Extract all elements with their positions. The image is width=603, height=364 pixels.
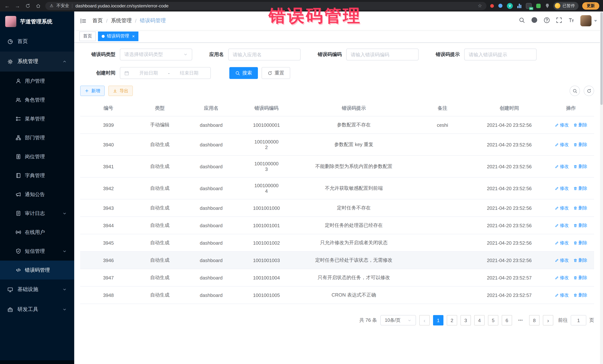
sidebar-item-menu-mgmt[interactable]: 菜单管理 xyxy=(0,109,74,128)
fullscreen-icon[interactable] xyxy=(556,17,562,25)
page-number-button[interactable]: 2 xyxy=(447,315,457,325)
extension-icon-blue[interactable] xyxy=(498,4,502,8)
breadcrumb-system-mgmt[interactable]: 系统管理 xyxy=(111,17,132,24)
page-number-button[interactable]: 1 xyxy=(433,315,443,325)
edit-link[interactable]: 修改 xyxy=(555,292,569,298)
goto-page-input[interactable] xyxy=(571,315,586,325)
extension-icon-v[interactable]: V xyxy=(507,3,513,9)
delete-link[interactable]: 删除 xyxy=(573,205,587,211)
edit-link[interactable]: 修改 xyxy=(555,257,569,263)
add-button-label: 新增 xyxy=(91,88,100,94)
last-page-button[interactable]: 8 xyxy=(529,315,540,325)
edit-link[interactable]: 修改 xyxy=(555,163,569,170)
add-button[interactable]: 新增 xyxy=(80,86,105,96)
sidebar-item-dev-tools[interactable]: 研发工具 xyxy=(0,299,74,320)
extension-icon-red-dot[interactable] xyxy=(490,4,494,8)
tab-error-code-mgmt[interactable]: 错误码管理 × xyxy=(98,31,139,41)
back-icon[interactable]: ← xyxy=(4,3,10,9)
app-name-input[interactable] xyxy=(233,52,296,57)
font-size-icon[interactable] xyxy=(568,17,574,25)
sidebar-logo[interactable]: 芋道管理系统 xyxy=(0,11,74,32)
delete-link[interactable]: 删除 xyxy=(573,275,587,281)
tab-label: 错误码管理 xyxy=(107,33,129,39)
url-text[interactable]: dashboard.yudao.iocoder.cn/system/error-… xyxy=(76,3,169,8)
delete-link[interactable]: 删除 xyxy=(573,257,587,263)
sidebar-item-dict-mgmt[interactable]: 字典管理 xyxy=(0,166,74,185)
tab-home[interactable]: 首页 xyxy=(79,31,96,41)
sidebar-item-post-mgmt[interactable]: 岗位管理 xyxy=(0,147,74,166)
close-icon[interactable]: × xyxy=(132,34,135,38)
page-scrollbar[interactable] xyxy=(600,11,603,364)
sidebar-item-error-code-mgmt[interactable]: 错误码管理 xyxy=(0,261,74,279)
sidebar-item-sms-mgmt[interactable]: 短信管理 xyxy=(0,242,74,261)
extension-icon-stats[interactable] xyxy=(517,3,521,8)
error-code-input[interactable] xyxy=(351,52,414,57)
reload-icon[interactable] xyxy=(24,3,31,8)
delete-link[interactable]: 删除 xyxy=(573,185,587,191)
delete-link[interactable]: 删除 xyxy=(573,222,587,229)
toggle-search-button[interactable] xyxy=(570,86,580,96)
reset-button[interactable]: 重置 xyxy=(262,67,290,79)
edit-link[interactable]: 修改 xyxy=(555,240,569,246)
extension-icon-app[interactable]: on xyxy=(526,3,532,9)
extension-icon-green[interactable] xyxy=(536,3,541,8)
security-label[interactable]: 不安全 xyxy=(56,3,69,9)
dictionary-icon xyxy=(16,173,21,178)
prev-page-button[interactable]: ‹ xyxy=(419,315,430,325)
hamburger-icon[interactable] xyxy=(80,18,86,24)
page-size-select[interactable]: 10条/页 xyxy=(380,315,416,325)
error-msg-input[interactable] xyxy=(469,52,532,57)
delete-link[interactable]: 删除 xyxy=(573,163,587,170)
delete-link[interactable]: 删除 xyxy=(573,141,587,148)
date-range-picker[interactable]: 开始日期 - 结束日期 xyxy=(120,67,211,79)
filter-label: 错误码编码 xyxy=(318,51,342,58)
page-number-button[interactable]: 5 xyxy=(488,315,498,325)
scrollbar-thumb[interactable] xyxy=(600,12,603,105)
home-icon[interactable] xyxy=(35,3,42,8)
extensions-pin-icon[interactable] xyxy=(545,3,550,8)
page-number-button[interactable]: 4 xyxy=(474,315,485,325)
export-button[interactable]: 导出 xyxy=(108,86,133,96)
edit-link[interactable]: 修改 xyxy=(555,205,569,211)
forward-icon[interactable]: → xyxy=(14,3,21,9)
sidebar-item-role-mgmt[interactable]: 角色管理 xyxy=(0,90,74,109)
edit-link[interactable]: 修改 xyxy=(555,275,569,281)
search-button[interactable]: 搜索 xyxy=(229,67,258,79)
edit-link[interactable]: 修改 xyxy=(555,185,569,191)
sidebar-item-infrastructure[interactable]: 基础设施 xyxy=(0,279,74,299)
delete-link-label: 删除 xyxy=(578,292,587,298)
help-icon[interactable] xyxy=(544,17,550,25)
sidebar-item-user-mgmt[interactable]: 用户管理 xyxy=(0,72,74,90)
error-type-select[interactable]: 请选择错误码类型 xyxy=(120,49,192,60)
cell-message: 只允许修改为开启或者关闭状态 xyxy=(293,234,414,252)
edit-link[interactable]: 修改 xyxy=(555,122,569,128)
search-icon[interactable] xyxy=(519,17,525,25)
delete-link[interactable]: 删除 xyxy=(573,122,587,128)
sidebar-collapse-bar[interactable] xyxy=(0,360,74,364)
address-bar[interactable]: ⚠ 不安全 dashboard.yudao.iocoder.cn/system/… xyxy=(45,2,487,10)
trash-icon xyxy=(573,223,577,227)
next-page-button[interactable]: › xyxy=(543,315,553,325)
bookmark-star-icon[interactable]: ☆ xyxy=(478,3,482,9)
sidebar-item-system-mgmt[interactable]: 系统管理 xyxy=(0,52,74,72)
cell-id: 3947 xyxy=(80,269,137,286)
sidebar-item-online-users[interactable]: 在线用户 xyxy=(0,223,74,242)
refresh-table-button[interactable] xyxy=(584,86,594,96)
delete-link[interactable]: 删除 xyxy=(573,292,587,298)
browser-update-button[interactable]: 更新 xyxy=(582,2,599,10)
sidebar-item-notice[interactable]: 通知公告 xyxy=(0,185,74,204)
delete-link[interactable]: 删除 xyxy=(573,240,587,246)
more-pages-button[interactable]: ••• xyxy=(515,315,526,325)
cell-message: 参数配置不存在 xyxy=(293,116,414,134)
edit-link[interactable]: 修改 xyxy=(555,141,569,148)
sidebar-item-home[interactable]: 首页 xyxy=(0,32,74,52)
user-menu[interactable] xyxy=(580,15,597,26)
page-number-button[interactable]: 6 xyxy=(502,315,512,325)
breadcrumb-home[interactable]: 首页 xyxy=(93,17,103,24)
sidebar-item-audit-log[interactable]: 审计日志 xyxy=(0,204,74,223)
profile-paused-chip[interactable]: 已暂停 xyxy=(553,2,579,10)
edit-link[interactable]: 修改 xyxy=(555,222,569,229)
github-icon[interactable] xyxy=(531,17,538,25)
page-number-button[interactable]: 3 xyxy=(461,315,471,325)
sidebar-item-dept-mgmt[interactable]: 部门管理 xyxy=(0,128,74,147)
